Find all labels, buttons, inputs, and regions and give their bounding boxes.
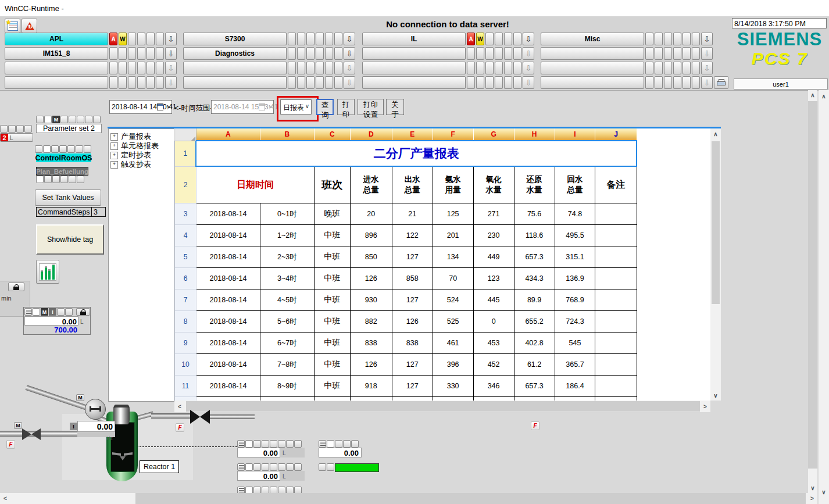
new-report-button[interactable]: ★ — [5, 19, 20, 33]
grid-cell-hour[interactable]: 6~7时 — [260, 333, 314, 354]
lock-button[interactable] — [76, 308, 90, 316]
valve-motor-badge[interactable]: M — [14, 422, 22, 429]
header-cell[interactable]: 氨水 用量 — [433, 166, 473, 203]
header-cell[interactable]: 回水 总量 — [555, 166, 595, 203]
picture-select-arrow-icon[interactable]: ⇩ — [165, 47, 177, 60]
grid-cell[interactable]: 136.9 — [555, 268, 595, 289]
grid-cell[interactable]: 525 — [433, 311, 473, 333]
grid-cell[interactable]: 20 — [350, 203, 392, 225]
grid-cell[interactable]: 127 — [392, 246, 433, 268]
grid-cell[interactable]: 271 — [473, 203, 514, 225]
grid-cell[interactable]: 453 — [473, 333, 514, 354]
expand-plus-icon[interactable]: + — [110, 161, 118, 169]
volume-value-1[interactable]: 0.00 — [237, 448, 280, 457]
grid-cell-shift[interactable]: 中班 — [314, 246, 350, 268]
grid-cell-date[interactable]: 2018-08-14 — [196, 311, 260, 333]
column-header-G[interactable]: G — [473, 128, 514, 141]
internal-mode-indicator[interactable]: I — [70, 423, 77, 430]
outer-scroll-down-button[interactable]: ∨ — [819, 487, 829, 496]
parameter-set-label[interactable]: Parameter set 2 — [36, 124, 102, 133]
feed-valve[interactable] — [22, 428, 41, 440]
header-cell[interactable]: 氧化 水量 — [473, 166, 514, 203]
outer-vscrollbar[interactable] — [819, 90, 829, 504]
grid-cell[interactable]: 201 — [433, 225, 473, 246]
expand-plus-icon[interactable]: + — [110, 133, 118, 141]
tree-item-0[interactable]: +产量报表 — [109, 132, 174, 141]
grid-cell[interactable] — [595, 354, 637, 376]
main-scroll-left-button[interactable]: < — [0, 493, 10, 504]
picture-select-arrow-icon[interactable]: ⇩ — [165, 33, 177, 45]
overview-button-diagnostics[interactable]: Diagnostics — [183, 47, 287, 60]
grid-cell[interactable]: 452 — [473, 354, 514, 376]
show-hide-tag-button[interactable]: Show/hide tag — [36, 224, 104, 255]
picture-select-arrow-icon[interactable]: ⇩ — [344, 76, 355, 89]
manual-mode-indicator[interactable]: M — [41, 308, 48, 316]
grid-cell[interactable]: 125 — [433, 203, 473, 225]
grid-cell-hour[interactable]: 0~1时 — [260, 203, 314, 225]
expand-plus-icon[interactable]: + — [110, 142, 118, 150]
alarm-indicator[interactable]: A — [109, 33, 117, 45]
header-cell[interactable]: 出水 总量 — [392, 166, 433, 203]
header-cell[interactable]: 进水 总量 — [350, 166, 392, 203]
grid-cell[interactable]: 89.9 — [514, 289, 555, 311]
grid-cell[interactable]: 768.9 — [555, 289, 595, 311]
time-from-picker[interactable]: 2018-08-14 14:30:41 ▼ — [109, 100, 172, 114]
grid-cell[interactable]: 346 — [473, 376, 514, 397]
grid-cell[interactable]: 126 — [350, 268, 392, 289]
grid-scroll-right-button[interactable]: > — [700, 401, 710, 412]
column-header-J[interactable]: J — [595, 128, 637, 141]
grid-cell-shift[interactable]: 中班 — [314, 289, 350, 311]
lock-button[interactable] — [8, 283, 24, 291]
dropdown-arrow-icon[interactable]: ▼ — [166, 105, 170, 109]
grid-cell[interactable]: 461 — [433, 333, 473, 354]
grid-cell[interactable]: 396 — [433, 354, 473, 376]
column-header-C[interactable]: C — [314, 128, 350, 141]
picture-select-arrow-icon[interactable]: ⇩ — [523, 33, 534, 45]
grid-cell[interactable]: 882 — [350, 311, 392, 333]
grid-cell[interactable] — [595, 246, 637, 268]
column-header-I[interactable]: I — [555, 128, 595, 141]
column-header-H[interactable]: H — [514, 128, 555, 141]
row-header[interactable]: 11 — [175, 376, 196, 397]
grid-cell[interactable]: 127 — [392, 376, 433, 397]
grid-cell-shift[interactable]: 中班 — [314, 268, 350, 289]
pump[interactable] — [85, 399, 106, 420]
select-all-corner[interactable]: ◢ — [175, 128, 196, 141]
grid-cell[interactable] — [595, 268, 637, 289]
report-title-cell[interactable]: 二分厂产量报表 — [196, 141, 637, 166]
grid-cell[interactable]: 445 — [473, 289, 514, 311]
grid-cell[interactable]: 230 — [473, 225, 514, 246]
row-header[interactable]: 7 — [175, 289, 196, 311]
about-button[interactable]: 关于 — [386, 99, 404, 115]
header-cell[interactable]: 备注 — [595, 166, 637, 203]
print-button[interactable]: 打印 — [337, 99, 355, 115]
grid-cell-hour[interactable]: 2~3时 — [260, 246, 314, 268]
header-cell[interactable]: 日期时间 — [196, 166, 314, 203]
picture-select-arrow-icon[interactable]: ⇩ — [701, 47, 713, 60]
grid-cell-hour[interactable]: 7~8时 — [260, 354, 314, 376]
main-hscroll-thumb[interactable] — [135, 493, 806, 504]
grid-cell[interactable]: 126 — [392, 311, 433, 333]
grid-cell[interactable] — [595, 311, 637, 333]
grid-cell[interactable]: 74.8 — [555, 203, 595, 225]
grid-cell[interactable] — [595, 333, 637, 354]
grid-cell-shift[interactable]: 中班 — [314, 376, 350, 397]
grid-scroll-up-button[interactable]: ∧ — [710, 128, 721, 139]
alarm-refresh-button[interactable]: ! ↻ — [22, 19, 37, 33]
grid-cell[interactable]: 858 — [392, 268, 433, 289]
main-scroll-right-button[interactable]: > — [807, 493, 817, 504]
grid-cell[interactable]: 315.1 — [555, 246, 595, 268]
pump-speed-value[interactable]: 0.00 — [77, 421, 115, 432]
main-scroll-down-button[interactable]: ∨ — [808, 482, 817, 493]
grid-cell[interactable]: 524 — [433, 289, 473, 311]
volume-value-2[interactable]: 0.00 — [237, 471, 280, 481]
grid-cell[interactable]: 134 — [433, 246, 473, 268]
grid-cell[interactable]: 61.2 — [514, 354, 555, 376]
manual-mode-indicator[interactable]: M — [52, 116, 60, 123]
grid-cell[interactable]: 118.6 — [514, 225, 555, 246]
grid-cell[interactable]: 449 — [473, 246, 514, 268]
grid-cell[interactable]: 0 — [473, 311, 514, 333]
row-header[interactable]: 5 — [175, 246, 196, 268]
column-header-B[interactable]: B — [260, 128, 314, 141]
main-scroll-up-button[interactable]: ∧ — [808, 90, 817, 100]
